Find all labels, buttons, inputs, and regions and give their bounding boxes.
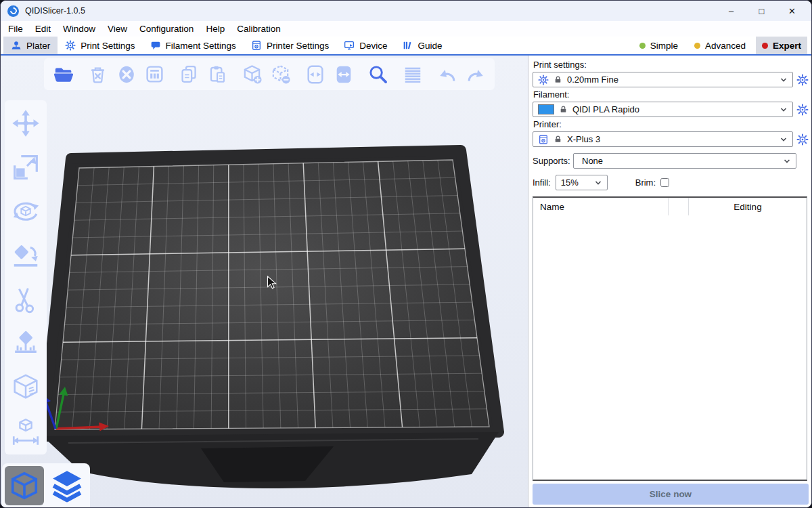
printer-icon [538, 134, 549, 145]
split-parts-icon [334, 64, 354, 85]
left-toolbar [5, 100, 47, 454]
scale-button[interactable] [9, 150, 43, 184]
filament-value: QIDI PLA Rapido [572, 104, 775, 114]
filament-gear-button[interactable] [796, 103, 809, 116]
gear-icon [538, 75, 549, 85]
mouse-cursor [267, 276, 280, 291]
arrange-button[interactable] [142, 62, 167, 87]
copy-button[interactable] [177, 62, 202, 87]
maximize-button[interactable]: □ [746, 1, 777, 21]
printer-label: Printer: [533, 119, 809, 129]
layers-icon [403, 64, 423, 85]
tab-plater-label: Plater [26, 41, 50, 51]
move-button[interactable] [9, 106, 43, 140]
delete-all-button[interactable] [114, 62, 139, 87]
tab-filament-settings[interactable]: Filament Settings [143, 37, 244, 54]
arrange-icon [145, 64, 164, 84]
tab-device-label: Device [359, 41, 387, 51]
cut-button[interactable] [9, 282, 43, 316]
tab-guide[interactable]: Guide [394, 37, 449, 54]
supports-combo[interactable]: None [573, 153, 796, 169]
measure-icon [10, 416, 41, 447]
split-objects-icon [305, 64, 325, 85]
tab-printer-settings[interactable]: Printer Settings [244, 37, 336, 54]
menu-file[interactable]: File [2, 24, 29, 34]
seam-painting-button[interactable] [9, 371, 43, 404]
settings-sidebar: Print settings: 0.20mm Fine Filament: QI… [528, 56, 811, 507]
redo-button[interactable] [463, 62, 488, 87]
search-button[interactable] [365, 62, 390, 87]
paint-supports-button[interactable] [9, 326, 43, 360]
top-toolbar [44, 58, 495, 90]
open-button[interactable] [51, 62, 76, 87]
menu-view[interactable]: View [102, 24, 133, 34]
remove-instance-button[interactable] [268, 62, 293, 87]
measure-button[interactable] [9, 415, 43, 448]
lock-icon [554, 135, 562, 144]
print-settings-combo[interactable]: 0.20mm Fine [533, 72, 793, 87]
lock-icon [554, 75, 562, 84]
tab-print-settings[interactable]: Print Settings [58, 37, 142, 54]
menu-calibration[interactable]: Calibration [231, 24, 287, 34]
search-icon [367, 64, 388, 85]
variable-layer-height-button[interactable] [400, 62, 425, 87]
guide-icon [402, 40, 413, 51]
undo-button[interactable] [434, 62, 459, 87]
view-toggle-panel [2, 463, 90, 507]
open-folder-icon [53, 64, 74, 85]
scissors-icon [10, 284, 41, 315]
rotate-button[interactable] [9, 194, 43, 228]
place-on-face-icon [10, 240, 41, 271]
add-instance-icon [242, 64, 263, 85]
menu-window[interactable]: Window [57, 24, 102, 34]
move-icon [10, 108, 41, 139]
close-button[interactable]: ✕ [777, 1, 807, 21]
mode-expert[interactable]: Expert [756, 37, 807, 54]
brim-checkbox[interactable] [660, 178, 669, 187]
print-settings-gear-button[interactable] [796, 73, 809, 86]
split-to-objects-button[interactable] [302, 62, 328, 87]
brim-label: Brim: [635, 177, 656, 188]
tab-device[interactable]: Device [336, 37, 394, 54]
simple-mode-dot-icon [639, 43, 646, 49]
tab-guide-label: Guide [418, 41, 442, 51]
split-to-parts-button[interactable] [331, 62, 356, 87]
chevron-down-icon [594, 179, 602, 187]
trash-icon [88, 64, 108, 84]
infill-combo[interactable]: 15% [556, 175, 608, 190]
place-on-face-button[interactable] [9, 238, 43, 272]
menu-configuration[interactable]: Configuration [133, 24, 200, 34]
printer-icon [251, 40, 262, 51]
menu-edit[interactable]: Edit [29, 24, 57, 34]
delete-button[interactable] [85, 62, 110, 87]
mode-simple[interactable]: Simple [633, 37, 684, 54]
preview-view-button[interactable] [47, 466, 87, 505]
tab-printer-settings-label: Printer Settings [267, 41, 329, 51]
mode-advanced[interactable]: Advanced [688, 37, 752, 54]
printer-combo[interactable]: X-Plus 3 [533, 131, 793, 147]
slice-now-button[interactable]: Slice now [533, 484, 809, 505]
app-logo-icon [7, 5, 19, 17]
copy-icon [179, 64, 199, 84]
menu-help[interactable]: Help [200, 24, 231, 34]
chevron-down-icon [783, 157, 791, 165]
3d-viewport[interactable] [1, 56, 528, 507]
object-list-header: Name Editing [533, 198, 807, 215]
3d-editor-view-button[interactable] [5, 466, 44, 505]
print-bed [1, 56, 528, 507]
gear-icon [65, 40, 76, 51]
minimize-button[interactable]: – [716, 1, 746, 21]
tab-plater[interactable]: Plater [3, 37, 58, 54]
extruder-column-header [669, 198, 689, 215]
cube-view-icon [9, 470, 40, 501]
scale-icon [10, 152, 41, 183]
filament-combo[interactable]: QIDI PLA Rapido [533, 102, 793, 117]
paste-button[interactable] [205, 62, 230, 87]
window-title: QIDISlicer-1.0.5 [25, 6, 85, 16]
chevron-down-icon [780, 106, 788, 114]
printer-value: X-Plus 3 [567, 134, 775, 144]
advanced-mode-dot-icon [694, 43, 700, 49]
add-instance-button[interactable] [240, 62, 265, 87]
object-list-body[interactable] [533, 215, 807, 480]
printer-gear-button[interactable] [796, 133, 809, 146]
